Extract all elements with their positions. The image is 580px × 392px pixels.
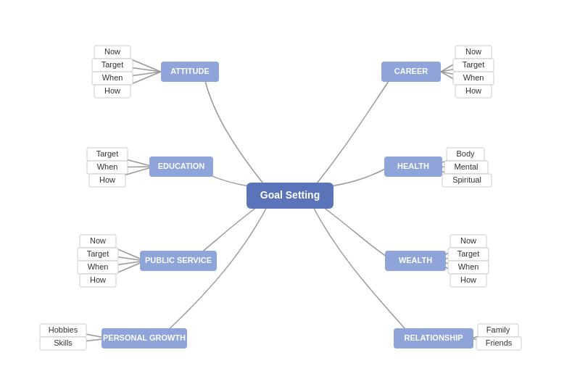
leaf-attitude-now: Now [104, 47, 120, 56]
leaf-ps-when: When [88, 262, 109, 271]
connector-personal-growth [160, 204, 268, 338]
branch-label-attitude: ATTITUDE [170, 67, 210, 75]
leaf-ps-how: How [90, 275, 106, 284]
leaf-ps-target: Target [87, 249, 109, 258]
leaf-career-how: How [465, 86, 481, 95]
connector-relationship [312, 204, 413, 338]
branch-label-relationship: RELATIONSHIP [404, 333, 463, 342]
leaf-attitude-target: Target [102, 60, 124, 69]
connector-career [312, 72, 395, 190]
leaf-rel-family: Family [486, 325, 510, 334]
leaf-health-mental: Mental [454, 162, 478, 171]
leaf-health-spiritual: Spiritual [452, 175, 481, 184]
leaf-wealth-now: Now [460, 236, 476, 245]
leaf-career-now: Now [465, 47, 481, 56]
leaf-ps-now: Now [90, 236, 106, 245]
branch-label-health: HEALTH [397, 162, 429, 170]
branch-label-career: CAREER [394, 67, 428, 75]
leaf-edu-when: When [97, 162, 118, 171]
leaf-pg-skills: Skills [54, 338, 72, 347]
branch-label-personal-growth: PERSONAL GROWTH [103, 333, 186, 342]
leaf-career-when: When [463, 73, 484, 82]
leaf-rel-friends: Friends [486, 338, 513, 347]
mindmap-svg: Now Target When How ATTITUDE Target When… [0, 0, 580, 392]
branch-label-wealth: WEALTH [399, 256, 432, 264]
leaf-edu-target: Target [96, 149, 119, 158]
leaf-health-body: Body [456, 149, 475, 158]
center-label: Goal Setting [260, 189, 320, 201]
leaf-attitude-how: How [104, 86, 120, 95]
leaf-wealth-when: When [458, 262, 479, 271]
leaf-attitude-when: When [102, 73, 123, 82]
branch-label-public-service: PUBLIC SERVICE [145, 256, 212, 264]
branch-label-education: EDUCATION [158, 162, 205, 170]
leaf-wealth-target: Target [457, 249, 480, 258]
leaf-edu-how: How [99, 175, 115, 184]
leaf-career-target: Target [463, 60, 485, 69]
leaf-pg-hobbies: Hobbies [49, 325, 78, 334]
leaf-wealth-how: How [460, 275, 476, 284]
